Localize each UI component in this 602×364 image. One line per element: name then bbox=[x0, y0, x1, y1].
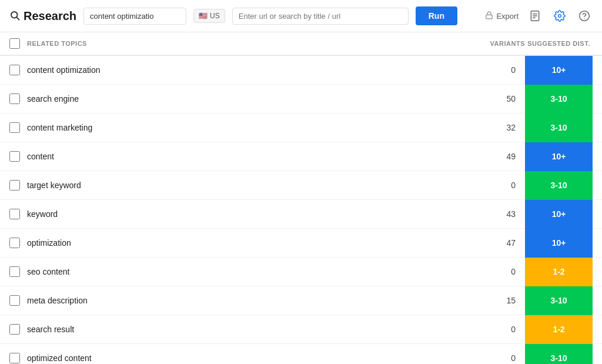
row-variants: 49 bbox=[454, 152, 525, 161]
row-topic: content marketing bbox=[27, 123, 454, 132]
keyword-input[interactable] bbox=[83, 8, 186, 25]
row-checkbox[interactable] bbox=[9, 353, 20, 363]
col-dist-header: SUGGESTED DIST. bbox=[525, 40, 593, 47]
table-row: content 49 10+ bbox=[0, 142, 602, 171]
help-button[interactable] bbox=[576, 8, 593, 24]
row-variants: 43 bbox=[454, 209, 525, 219]
row-topic: optimization bbox=[27, 238, 454, 248]
table-row: content optimization 0 10+ bbox=[0, 56, 602, 85]
country-selector[interactable]: 🇺🇸 US bbox=[193, 9, 225, 23]
header-actions: Export bbox=[485, 8, 593, 24]
svg-point-8 bbox=[580, 11, 590, 21]
row-dist-badge: 3-10 bbox=[525, 344, 593, 365]
table-row: seo content 0 1-2 bbox=[0, 258, 602, 286]
run-button[interactable]: Run bbox=[416, 6, 457, 25]
flag-icon: 🇺🇸 bbox=[199, 12, 208, 20]
row-topic: keyword bbox=[27, 209, 454, 219]
row-checkbox[interactable] bbox=[9, 238, 20, 248]
row-topic: content bbox=[27, 152, 454, 161]
table-row: meta description 15 3-10 bbox=[0, 286, 602, 315]
svg-rect-2 bbox=[486, 15, 493, 18]
row-variants: 15 bbox=[454, 296, 525, 305]
row-dist-badge: 10+ bbox=[525, 56, 593, 85]
row-variants: 0 bbox=[454, 353, 525, 363]
table-body: content optimization 0 10+ search engine… bbox=[0, 56, 602, 364]
row-checkbox[interactable] bbox=[9, 93, 20, 104]
header: Research 🇺🇸 US Run Export bbox=[0, 0, 602, 32]
row-variants: 32 bbox=[454, 123, 525, 132]
row-checkbox[interactable] bbox=[9, 266, 20, 277]
table-row: optimization 47 10+ bbox=[0, 229, 602, 258]
row-topic: content optimization bbox=[27, 65, 454, 75]
country-code: US bbox=[210, 12, 220, 20]
col-topic-header: RELATED TOPICS bbox=[27, 40, 454, 47]
export-button[interactable]: Export bbox=[485, 11, 519, 21]
table-row: content marketing 32 3-10 bbox=[0, 113, 602, 142]
row-dist-badge: 3-10 bbox=[525, 286, 593, 315]
lock-icon bbox=[485, 11, 493, 21]
results-table: RELATED TOPICS VARIANTS SUGGESTED DIST. … bbox=[0, 32, 602, 364]
row-checkbox[interactable] bbox=[9, 295, 20, 306]
col-variants-header: VARIANTS bbox=[454, 40, 525, 47]
row-dist-badge: 3-10 bbox=[525, 171, 593, 200]
row-variants: 0 bbox=[454, 267, 525, 276]
search-icon bbox=[9, 10, 20, 22]
row-topic: optimized content bbox=[27, 353, 454, 363]
url-input[interactable] bbox=[232, 8, 409, 25]
settings-button[interactable] bbox=[551, 8, 568, 24]
row-topic: target keyword bbox=[27, 181, 454, 190]
row-variants: 0 bbox=[454, 65, 525, 75]
row-dist-badge: 3-10 bbox=[525, 113, 593, 142]
svg-line-1 bbox=[16, 17, 19, 19]
row-dist-badge: 10+ bbox=[525, 200, 593, 229]
table-row: search engine 50 3-10 bbox=[0, 85, 602, 113]
row-dist-badge: 10+ bbox=[525, 229, 593, 258]
row-variants: 0 bbox=[454, 181, 525, 190]
row-checkbox[interactable] bbox=[9, 324, 20, 335]
row-dist-badge: 3-10 bbox=[525, 85, 593, 113]
table-header: RELATED TOPICS VARIANTS SUGGESTED DIST. bbox=[0, 32, 602, 56]
table-row: keyword 43 10+ bbox=[0, 200, 602, 229]
table-row: search result 0 1-2 bbox=[0, 315, 602, 344]
row-topic: search result bbox=[27, 325, 454, 334]
row-topic: meta description bbox=[27, 296, 454, 305]
row-dist-badge: 10+ bbox=[525, 142, 593, 171]
row-checkbox[interactable] bbox=[9, 151, 20, 162]
row-checkbox[interactable] bbox=[9, 122, 20, 133]
row-variants: 47 bbox=[454, 238, 525, 248]
row-topic: search engine bbox=[27, 94, 454, 103]
select-all-checkbox[interactable] bbox=[9, 38, 20, 49]
export-label: Export bbox=[496, 12, 519, 21]
table-row: target keyword 0 3-10 bbox=[0, 171, 602, 200]
row-dist-badge: 1-2 bbox=[525, 315, 593, 344]
row-checkbox[interactable] bbox=[9, 65, 20, 75]
row-variants: 50 bbox=[454, 94, 525, 103]
row-variants: 0 bbox=[454, 325, 525, 334]
document-button[interactable] bbox=[527, 8, 543, 24]
svg-point-7 bbox=[558, 15, 561, 18]
row-topic: seo content bbox=[27, 267, 454, 276]
row-dist-badge: 1-2 bbox=[525, 258, 593, 286]
row-checkbox[interactable] bbox=[9, 209, 20, 219]
app-title: Research bbox=[24, 9, 76, 23]
table-row: optimized content 0 3-10 bbox=[0, 344, 602, 364]
logo-area: Research bbox=[9, 9, 76, 23]
row-checkbox[interactable] bbox=[9, 180, 20, 191]
